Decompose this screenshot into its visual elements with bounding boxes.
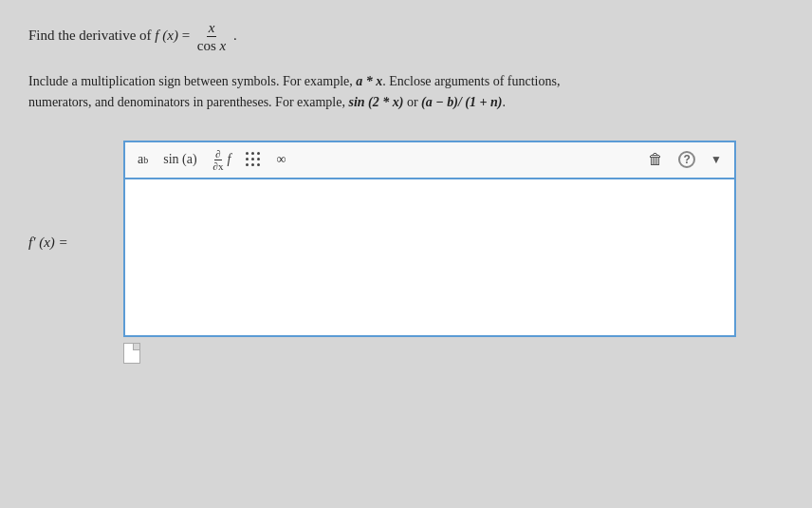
fraction-denominator: cos x: [195, 37, 228, 54]
file-icon: [123, 343, 140, 364]
file-icon-area: [123, 343, 736, 364]
instructions-line2: numerators, and denominators in parenthe…: [28, 95, 348, 109]
partial-f-label: f: [228, 152, 231, 167]
partial-numerator: ∂: [214, 148, 221, 160]
editor-container: ab sin (a) ∂ ∂x f: [123, 141, 736, 364]
instructions-text: Include a multiplication sign between sy…: [28, 71, 784, 114]
infinity-button[interactable]: ∞: [271, 150, 290, 169]
example3: (a − b)/ (1 + n): [421, 95, 502, 109]
instructions-mid2: or: [403, 95, 421, 109]
example2: sin (2 * x): [348, 95, 403, 109]
answer-input-area: [123, 178, 736, 337]
partial-derivative-button[interactable]: ∂ ∂x f: [208, 146, 236, 174]
superscript-button[interactable]: ab: [133, 150, 153, 169]
help-button[interactable]: ?: [674, 149, 700, 170]
answer-textarea[interactable]: [125, 179, 734, 331]
dropdown-button[interactable]: ▼: [706, 151, 727, 169]
math-toolbar: ab sin (a) ∂ ∂x f: [123, 141, 736, 178]
chevron-down-icon: ▼: [710, 153, 722, 167]
answer-label: f′ (x) =: [28, 235, 68, 251]
trash-icon: 🗑: [648, 151, 663, 168]
trash-button[interactable]: 🗑: [643, 149, 668, 170]
function-label: f (x): [155, 28, 178, 43]
problem-statement: Find the derivative of f (x) = x cos x .: [28, 19, 784, 54]
matrix-icon: [246, 152, 261, 167]
matrix-button[interactable]: [241, 150, 266, 169]
instructions-line1: Include a multiplication sign between sy…: [28, 74, 356, 88]
example1: a * x: [356, 74, 382, 88]
instructions-mid1: . Enclose arguments of functions,: [382, 74, 560, 88]
problem-suffix: .: [233, 28, 237, 43]
partial-fraction: ∂ ∂x: [212, 148, 225, 172]
sin-label: sin (a): [163, 152, 196, 167]
infinity-symbol: ∞: [276, 152, 286, 167]
question-icon: ?: [678, 151, 695, 168]
instructions-end: .: [502, 95, 506, 109]
function-fraction: x cos x: [195, 19, 228, 54]
partial-denominator: ∂x: [212, 160, 225, 172]
problem-prefix: Find the derivative of: [28, 28, 155, 43]
superscript-exp: b: [143, 155, 148, 165]
fraction-numerator: x: [207, 19, 217, 37]
input-wrapper: f′ (x) =: [123, 178, 736, 337]
sin-button[interactable]: sin (a): [158, 150, 201, 169]
equals-sign: =: [182, 28, 194, 43]
